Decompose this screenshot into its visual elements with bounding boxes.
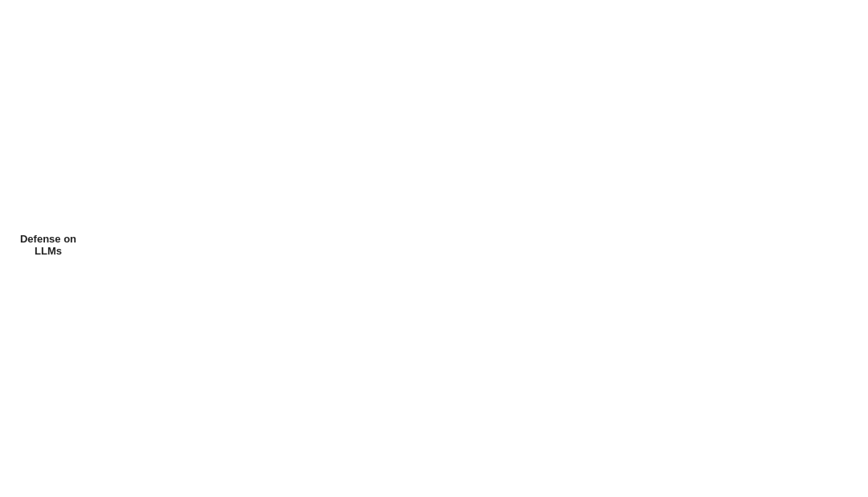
svg-rect-210 <box>0 0 868 497</box>
diagram: { "title": "Defense on LLMs", "categorie… <box>0 0 868 497</box>
defense-label: Defense on LLMs <box>12 233 84 257</box>
